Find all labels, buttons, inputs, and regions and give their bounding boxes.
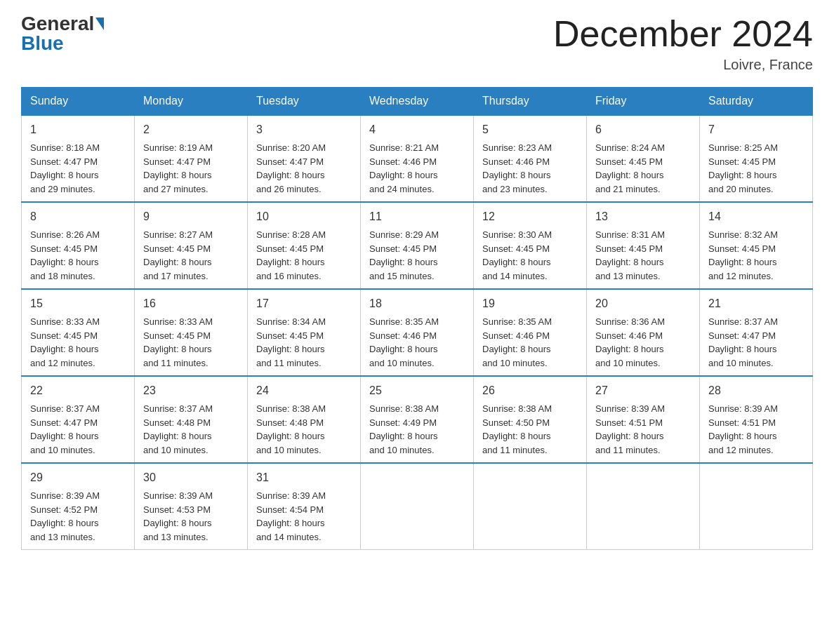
calendar-day-2: 2 Sunrise: 8:19 AM Sunset: 4:47 PM Dayli… [135,115,248,202]
calendar-day-5: 5 Sunrise: 8:23 AM Sunset: 4:46 PM Dayli… [474,115,587,202]
day-number: 22 [30,382,126,399]
calendar-week-5: 29 Sunrise: 8:39 AM Sunset: 4:52 PM Dayl… [22,463,813,550]
day-info: Sunrise: 8:19 AM Sunset: 4:47 PM Dayligh… [143,141,239,196]
calendar-day-20: 20 Sunrise: 8:36 AM Sunset: 4:46 PM Dayl… [587,289,700,376]
day-info: Sunrise: 8:39 AM Sunset: 4:52 PM Dayligh… [30,489,126,544]
day-info: Sunrise: 8:38 AM Sunset: 4:50 PM Dayligh… [482,402,578,457]
calendar-day-26: 26 Sunrise: 8:38 AM Sunset: 4:50 PM Dayl… [474,376,587,463]
day-info: Sunrise: 8:21 AM Sunset: 4:46 PM Dayligh… [369,141,465,196]
calendar-day-7: 7 Sunrise: 8:25 AM Sunset: 4:45 PM Dayli… [700,115,813,202]
day-info: Sunrise: 8:33 AM Sunset: 4:45 PM Dayligh… [143,315,239,370]
day-number: 12 [482,208,578,225]
calendar-day-12: 12 Sunrise: 8:30 AM Sunset: 4:45 PM Dayl… [474,202,587,289]
month-title: December 2024 [553,14,813,54]
logo-arrow-icon [95,18,104,30]
day-number: 2 [143,121,239,138]
calendar-day-17: 17 Sunrise: 8:34 AM Sunset: 4:45 PM Dayl… [248,289,361,376]
calendar-day-14: 14 Sunrise: 8:32 AM Sunset: 4:45 PM Dayl… [700,202,813,289]
header-saturday: Saturday [700,88,813,116]
calendar-day-11: 11 Sunrise: 8:29 AM Sunset: 4:45 PM Dayl… [361,202,474,289]
calendar-day-10: 10 Sunrise: 8:28 AM Sunset: 4:45 PM Dayl… [248,202,361,289]
logo: General Blue [21,14,104,53]
day-number: 20 [595,295,691,312]
day-info: Sunrise: 8:27 AM Sunset: 4:45 PM Dayligh… [143,228,239,283]
day-number: 27 [595,382,691,399]
day-info: Sunrise: 8:37 AM Sunset: 4:47 PM Dayligh… [708,315,804,370]
calendar-day-30: 30 Sunrise: 8:39 AM Sunset: 4:53 PM Dayl… [135,463,248,550]
day-info: Sunrise: 8:39 AM Sunset: 4:54 PM Dayligh… [256,489,352,544]
day-number: 14 [708,208,804,225]
day-number: 6 [595,121,691,138]
header-thursday: Thursday [474,88,587,116]
day-info: Sunrise: 8:36 AM Sunset: 4:46 PM Dayligh… [595,315,691,370]
header-tuesday: Tuesday [248,88,361,116]
logo-general-text: General [21,14,94,34]
header-sunday: Sunday [22,88,135,116]
logo-blue-text: Blue [21,34,64,53]
header-monday: Monday [135,88,248,116]
day-number: 10 [256,208,352,225]
day-info: Sunrise: 8:39 AM Sunset: 4:53 PM Dayligh… [143,489,239,544]
day-number: 25 [369,382,465,399]
day-info: Sunrise: 8:38 AM Sunset: 4:48 PM Dayligh… [256,402,352,457]
calendar-empty-cell [587,463,700,550]
day-info: Sunrise: 8:23 AM Sunset: 4:46 PM Dayligh… [482,141,578,196]
calendar-day-29: 29 Sunrise: 8:39 AM Sunset: 4:52 PM Dayl… [22,463,135,550]
calendar-day-25: 25 Sunrise: 8:38 AM Sunset: 4:49 PM Dayl… [361,376,474,463]
day-number: 24 [256,382,352,399]
calendar-day-31: 31 Sunrise: 8:39 AM Sunset: 4:54 PM Dayl… [248,463,361,550]
calendar-day-22: 22 Sunrise: 8:37 AM Sunset: 4:47 PM Dayl… [22,376,135,463]
day-number: 30 [143,469,239,486]
calendar-empty-cell [474,463,587,550]
day-number: 8 [30,208,126,225]
day-number: 23 [143,382,239,399]
calendar-day-28: 28 Sunrise: 8:39 AM Sunset: 4:51 PM Dayl… [700,376,813,463]
day-info: Sunrise: 8:29 AM Sunset: 4:45 PM Dayligh… [369,228,465,283]
day-info: Sunrise: 8:38 AM Sunset: 4:49 PM Dayligh… [369,402,465,457]
day-info: Sunrise: 8:20 AM Sunset: 4:47 PM Dayligh… [256,141,352,196]
day-number: 18 [369,295,465,312]
day-info: Sunrise: 8:30 AM Sunset: 4:45 PM Dayligh… [482,228,578,283]
calendar-day-23: 23 Sunrise: 8:37 AM Sunset: 4:48 PM Dayl… [135,376,248,463]
calendar-day-3: 3 Sunrise: 8:20 AM Sunset: 4:47 PM Dayli… [248,115,361,202]
day-number: 16 [143,295,239,312]
calendar-empty-cell [361,463,474,550]
calendar-day-18: 18 Sunrise: 8:35 AM Sunset: 4:46 PM Dayl… [361,289,474,376]
day-info: Sunrise: 8:18 AM Sunset: 4:47 PM Dayligh… [30,141,126,196]
day-number: 26 [482,382,578,399]
day-number: 17 [256,295,352,312]
day-number: 15 [30,295,126,312]
day-number: 28 [708,382,804,399]
calendar-day-8: 8 Sunrise: 8:26 AM Sunset: 4:45 PM Dayli… [22,202,135,289]
calendar-day-24: 24 Sunrise: 8:38 AM Sunset: 4:48 PM Dayl… [248,376,361,463]
calendar-week-3: 15 Sunrise: 8:33 AM Sunset: 4:45 PM Dayl… [22,289,813,376]
day-number: 3 [256,121,352,138]
calendar-header-row: SundayMondayTuesdayWednesdayThursdayFrid… [22,88,813,116]
calendar-day-1: 1 Sunrise: 8:18 AM Sunset: 4:47 PM Dayli… [22,115,135,202]
calendar-day-4: 4 Sunrise: 8:21 AM Sunset: 4:46 PM Dayli… [361,115,474,202]
day-number: 9 [143,208,239,225]
title-section: December 2024 Loivre, France [553,14,813,73]
day-number: 5 [482,121,578,138]
day-info: Sunrise: 8:28 AM Sunset: 4:45 PM Dayligh… [256,228,352,283]
day-number: 13 [595,208,691,225]
day-info: Sunrise: 8:35 AM Sunset: 4:46 PM Dayligh… [369,315,465,370]
day-number: 7 [708,121,804,138]
calendar-week-2: 8 Sunrise: 8:26 AM Sunset: 4:45 PM Dayli… [22,202,813,289]
calendar-day-13: 13 Sunrise: 8:31 AM Sunset: 4:45 PM Dayl… [587,202,700,289]
day-info: Sunrise: 8:32 AM Sunset: 4:45 PM Dayligh… [708,228,804,283]
day-info: Sunrise: 8:31 AM Sunset: 4:45 PM Dayligh… [595,228,691,283]
day-number: 19 [482,295,578,312]
day-number: 11 [369,208,465,225]
day-number: 31 [256,469,352,486]
calendar-week-4: 22 Sunrise: 8:37 AM Sunset: 4:47 PM Dayl… [22,376,813,463]
location-text: Loivre, France [553,57,813,73]
day-info: Sunrise: 8:37 AM Sunset: 4:48 PM Dayligh… [143,402,239,457]
calendar-day-6: 6 Sunrise: 8:24 AM Sunset: 4:45 PM Dayli… [587,115,700,202]
day-info: Sunrise: 8:26 AM Sunset: 4:45 PM Dayligh… [30,228,126,283]
calendar-day-16: 16 Sunrise: 8:33 AM Sunset: 4:45 PM Dayl… [135,289,248,376]
day-number: 29 [30,469,126,486]
day-info: Sunrise: 8:34 AM Sunset: 4:45 PM Dayligh… [256,315,352,370]
calendar-day-19: 19 Sunrise: 8:35 AM Sunset: 4:46 PM Dayl… [474,289,587,376]
day-number: 4 [369,121,465,138]
